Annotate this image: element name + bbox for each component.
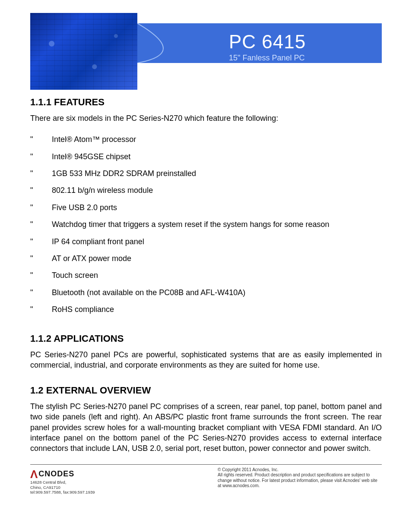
feature-text: 1GB 533 MHz DDR2 SDRAM preinstalled [52,169,196,179]
footer-copyright-line2: All rights reserved. Product description… [218,472,382,489]
product-subtitle: 15" Fanless Panel PC [229,54,306,63]
bullet-icon: " [30,152,52,162]
bullet-icon: " [30,305,52,315]
bullet-icon: " [30,288,52,298]
header-curve [137,23,219,63]
footer-address-line3: tel:909.597.7588, fax:909.597.1939 [30,490,160,495]
feature-item: "AT or ATX power mode [30,250,382,267]
feature-text: 802.11 b/g/n wireless module [52,186,153,195]
feature-item: "Five USB 2.0 ports [30,199,382,216]
bullet-icon: " [30,271,52,280]
company-logo: Λ CNODES [30,467,160,481]
feature-text: IP 64 compliant front panel [52,237,144,247]
bullet-icon: " [30,169,52,179]
features-list: "Intel® Atom™ processor"Intel® 945GSE ch… [30,131,382,318]
feature-text: Touch screen [52,271,98,280]
feature-item: "RoHS compliance [30,301,382,318]
footer-address-line1: 14628 Central Blvd, [30,480,160,485]
section-heading-external: 1.2 EXTERNAL OVERVIEW [30,385,382,396]
product-title: PC 6415 [229,31,306,53]
header-product-image [30,13,137,90]
feature-item: "802.11 b/g/n wireless module [30,182,382,199]
bullet-icon: " [30,237,52,247]
logo-mark-icon: Λ [30,468,38,481]
bullet-icon: " [30,203,52,213]
feature-text: Bluetooth (not available on the PC08B an… [52,288,245,298]
bullet-icon: " [30,254,52,264]
feature-item: "Intel® 945GSE chipset [30,148,382,165]
logo-text: CNODES [38,469,74,478]
feature-text: Five USB 2.0 ports [52,203,117,213]
feature-item: "1GB 533 MHz DDR2 SDRAM preinstalled [30,165,382,182]
feature-text: AT or ATX power mode [52,254,131,264]
feature-item: "Intel® Atom™ processor [30,131,382,148]
section-heading-applications: 1.1.2 APPLICATIONS [30,333,382,344]
feature-text: Watchdog timer that triggers a system re… [52,220,330,230]
section-heading-features: 1.1.1 FEATURES [30,97,382,108]
footer-divider [30,464,382,465]
footer-copyright-line1: © Copyright 2011 Acnodes, Inc. [218,467,382,473]
bullet-icon: " [30,220,52,230]
features-intro: There are six models in the PC Series-N2… [30,113,382,123]
external-body: The stylish PC Series-N270 panel PC comp… [30,401,382,453]
feature-item: "Bluetooth (not available on the PC08B a… [30,284,382,301]
feature-text: Intel® 945GSE chipset [52,152,130,162]
bullet-icon: " [30,186,52,195]
feature-item: "Watchdog timer that triggers a system r… [30,216,382,233]
header-banner: PC 6415 15" Fanless Panel PC [30,13,382,90]
bullet-icon: " [30,135,52,145]
footer: Λ CNODES 14628 Central Blvd, Chino, CA91… [30,467,382,495]
footer-address-line2: Chino, CA91710 [30,485,160,490]
applications-body: PC Series-N270 panel PCs are powerful, s… [30,349,382,371]
feature-item: "Touch screen [30,267,382,284]
feature-item: "IP 64 compliant front panel [30,233,382,250]
feature-text: Intel® Atom™ processor [52,135,136,145]
feature-text: RoHS compliance [52,305,114,315]
